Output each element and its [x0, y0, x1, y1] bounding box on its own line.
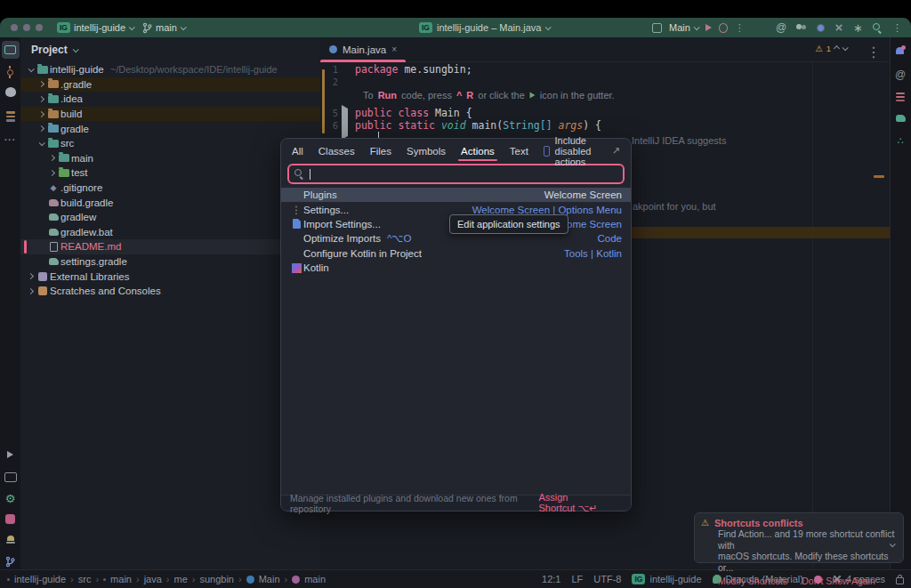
breadcrumb-item[interactable]: intellij-guide: [14, 574, 66, 584]
more-tools-button[interactable]: ···: [0, 132, 20, 148]
expand-notification-icon[interactable]: [890, 541, 896, 547]
assign-shortcut-button[interactable]: Assign Shortcut ⌥↵: [538, 492, 622, 514]
tree-collapsed-icon[interactable]: [38, 96, 44, 102]
modify-shortcuts-link[interactable]: Modify Shortcuts: [718, 576, 787, 586]
next-problem-icon[interactable]: [842, 44, 849, 51]
branch-widget[interactable]: main: [142, 22, 185, 34]
folder-icon: [37, 66, 48, 74]
tab-classes[interactable]: Classes: [318, 139, 355, 163]
tree-collapsed-icon[interactable]: [28, 273, 34, 279]
run-tool-button[interactable]: [0, 447, 20, 463]
tree-item-gradlew[interactable]: gradlew: [20, 210, 320, 225]
tree-collapsed-icon[interactable]: [38, 125, 44, 132]
tree-item-root[interactable]: intellij-guide ~/Desktop/workspace/IDE/i…: [20, 62, 320, 77]
tab-files[interactable]: Files: [370, 139, 391, 163]
sources-folder-icon: [59, 154, 69, 162]
run-main-gutter-icon[interactable]: [342, 121, 348, 137]
tab-all[interactable]: All: [292, 139, 303, 163]
prev-problem-icon[interactable]: [834, 45, 840, 52]
zoom-window-button[interactable]: [36, 24, 43, 31]
run-button[interactable]: [705, 24, 712, 31]
tree-item-test[interactable]: test: [20, 165, 320, 181]
caret-position-widget[interactable]: 12:1: [542, 574, 560, 584]
profiler-icon[interactable]: [817, 24, 825, 32]
tree-item-build[interactable]: build: [20, 107, 320, 122]
project-tool-button[interactable]: [0, 41, 20, 59]
dont-show-again-link[interactable]: Don't Show Again: [802, 576, 875, 586]
structure-tool-button[interactable]: [0, 109, 20, 125]
commit-tool-button[interactable]: [0, 64, 20, 80]
open-in-tool-window-icon[interactable]: ↗: [612, 145, 620, 157]
ai-assistant-tool-button[interactable]: @: [890, 67, 911, 83]
tree-item-settings-gradle[interactable]: settings.gradle: [20, 254, 320, 270]
inspections-widget[interactable]: ⚠ 1: [815, 44, 847, 53]
database-tool-button[interactable]: [890, 89, 911, 105]
debug-button[interactable]: [719, 23, 728, 33]
include-disabled-checkbox[interactable]: [544, 146, 550, 157]
ai-assistant-icon[interactable]: @: [776, 21, 786, 34]
minimize-window-button[interactable]: [23, 24, 30, 31]
tree-collapsed-icon[interactable]: [38, 111, 44, 117]
terminal-tool-button[interactable]: [0, 469, 20, 485]
tree-collapsed-icon[interactable]: [49, 155, 55, 161]
more-actions-icon[interactable]: ⋮: [892, 22, 902, 34]
code-with-me-icon[interactable]: [796, 24, 807, 31]
tree-item-gradlew-bat[interactable]: gradlew.bat: [20, 225, 320, 240]
gradle-tool-button[interactable]: [890, 110, 911, 126]
result-row-kotlin[interactable]: Kotlin: [281, 261, 631, 275]
tree-item-dot-idea[interactable]: .idea: [20, 92, 320, 107]
encoding-widget[interactable]: UTF-8: [593, 574, 621, 584]
tab-actions[interactable]: Actions: [461, 139, 495, 163]
more-run-options-icon[interactable]: ⋮: [735, 22, 745, 34]
services-tool-button[interactable]: [0, 532, 20, 548]
class-icon: [246, 576, 254, 584]
tab-symbols[interactable]: Symbols: [407, 139, 446, 163]
tree-item-scratches[interactable]: Scratches and Consoles: [20, 284, 320, 299]
breadcrumb-item[interactable]: main: [110, 574, 132, 584]
tab-text[interactable]: Text: [510, 139, 528, 163]
scrollbar-warning-mark[interactable]: [874, 175, 884, 178]
version-control-tool-button[interactable]: [0, 553, 20, 569]
tree-item-src[interactable]: src: [20, 136, 320, 151]
tree-collapsed-icon[interactable]: [38, 81, 44, 87]
project-widget[interactable]: IG intellij-guide: [57, 22, 133, 33]
tree-item-readme[interactable]: README.md: [20, 239, 320, 254]
project-widget-status[interactable]: IG intellij-guide: [632, 574, 701, 584]
run-config-selector[interactable]: Main: [669, 22, 698, 33]
tree-item-gradle[interactable]: gradle: [20, 121, 320, 136]
tree-item-dot-gradle[interactable]: .gradle: [20, 77, 320, 93]
dependencies-tool-button[interactable]: ∴: [890, 133, 911, 149]
close-tab-icon[interactable]: ×: [391, 44, 397, 54]
line-ending-widget[interactable]: LF: [571, 574, 583, 584]
breadcrumb-item[interactable]: sungbin: [199, 574, 234, 584]
science-mode-icon[interactable]: ∗: [853, 21, 863, 35]
lock-icon[interactable]: [896, 577, 904, 584]
gradle-file-icon: [49, 229, 59, 236]
tree-expanded-icon[interactable]: [39, 140, 45, 146]
result-row-configure-kotlin[interactable]: Configure Kotlin in Project Tools | Kotl…: [281, 246, 631, 261]
python-packages-tool-button[interactable]: [0, 511, 20, 527]
pull-requests-tool-button[interactable]: [0, 84, 20, 100]
tree-expanded-icon[interactable]: [28, 66, 35, 72]
result-row-plugins[interactable]: Plugins Welcome Screen: [281, 188, 631, 202]
tree-collapsed-icon[interactable]: [28, 288, 34, 294]
breadcrumb-item[interactable]: Main: [259, 574, 280, 584]
tab-main-java[interactable]: Main.java ×: [320, 37, 406, 61]
breadcrumb-item[interactable]: src: [78, 574, 92, 584]
tree-item-build-gradle[interactable]: build.gradle: [20, 195, 320, 210]
close-window-button[interactable]: [11, 24, 18, 31]
project-panel-header[interactable]: Project: [20, 37, 320, 62]
search-everywhere-icon[interactable]: [873, 23, 883, 33]
notifications-tool-button[interactable]: [890, 43, 911, 59]
tree-item-external-libraries[interactable]: External Libraries: [20, 269, 320, 284]
build-tools-icon[interactable]: [835, 24, 843, 32]
breadcrumb-item[interactable]: java: [144, 574, 162, 584]
search-everywhere-popup: All Classes Files Symbols Actions Text I…: [280, 138, 632, 511]
settings-tool-button[interactable]: ⚙: [0, 490, 20, 506]
breadcrumb-item[interactable]: main: [304, 574, 326, 584]
breadcrumb-item[interactable]: me: [173, 574, 187, 584]
editor-more-icon[interactable]: ⋮: [867, 44, 881, 60]
tree-collapsed-icon[interactable]: [49, 170, 55, 176]
tree-item-main[interactable]: main: [20, 151, 320, 166]
tree-item-gitignore[interactable]: ◆ .gitignore: [20, 181, 320, 196]
